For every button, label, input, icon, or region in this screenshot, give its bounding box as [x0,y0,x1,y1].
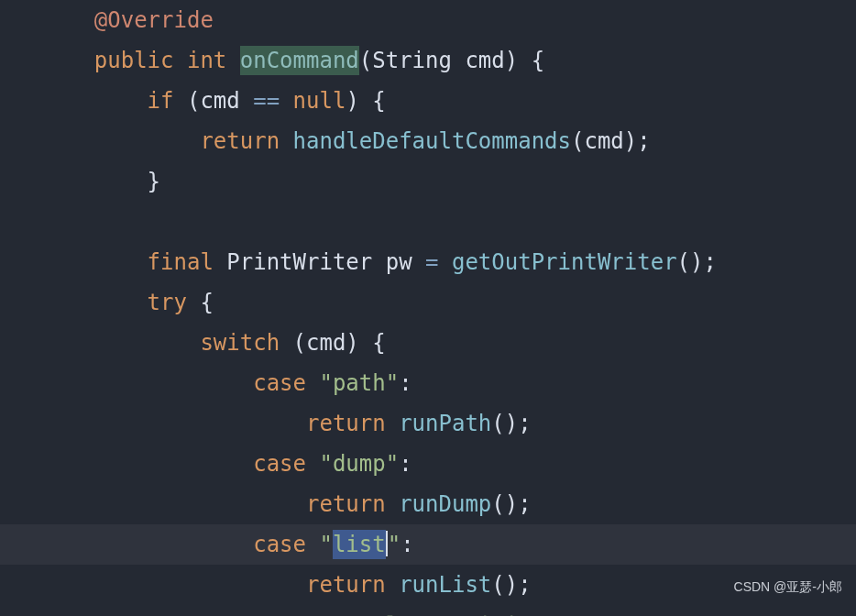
code-line[interactable]: final PrintWriter pw = getOutPrintWriter… [41,242,856,282]
method-name-highlighted: onCommand [240,46,359,75]
keyword-public: public [94,48,174,73]
keyword-null: null [293,88,346,114]
var-cmd: cmd [306,330,346,356]
keyword-return: return [306,491,386,517]
quote: " [388,532,401,557]
brace: { [532,48,544,73]
keyword-return: return [306,411,386,436]
keyword-case: case [253,370,306,396]
brace: { [372,330,385,356]
string-path: "path" [319,370,399,396]
brace: { [372,88,385,114]
string-list-selected: list [333,530,386,559]
watermark-text: CSDN @亚瑟-小郎 [734,566,842,607]
keyword-return: return [306,572,386,598]
code-line[interactable]: switch (cmd) { [41,323,856,363]
keyword-case: case [253,612,306,616]
colon: : [401,532,413,557]
paren: ) [624,128,637,154]
code-line[interactable]: try { [41,282,856,323]
keyword-switch: switch [200,330,280,356]
parens: () [491,572,518,598]
method-call: handleDefaultCommands [293,128,571,154]
paren: ( [187,88,200,114]
quote: " [319,532,332,557]
code-line[interactable]: return runDump(); [41,484,856,524]
var-cmd: cmd [200,88,239,114]
code-line[interactable]: case "dump": [41,444,856,484]
code-line-current[interactable]: case "list": [0,524,856,565]
paren: ( [571,128,584,154]
code-line[interactable]: return runPath(); [41,403,856,444]
annotation: @Override [94,7,214,33]
type-printwriter: PrintWriter [226,249,372,275]
code-line[interactable]: public int onCommand(String cmd) { [41,40,856,81]
code-line[interactable]: @Override [41,0,856,40]
paren: ( [293,330,306,356]
brace: { [200,290,213,315]
keyword-case: case [253,532,306,557]
operator-assign: = [425,249,438,275]
paren: ) [505,48,518,73]
method-call: runDump [399,491,491,517]
keyword-int: int [187,48,226,73]
paren: ( [359,48,372,73]
keyword-case: case [253,451,306,477]
code-line[interactable]: case "path": [41,363,856,403]
parens: () [677,249,704,275]
keyword-return: return [200,128,280,154]
keyword-try: try [148,290,187,315]
arg-cmd: cmd [584,128,623,154]
semicolon: ; [518,411,531,436]
paren: ) [346,330,358,356]
operator-eq: == [253,88,280,114]
semicolon: ; [518,572,531,598]
method-call: runPath [399,411,491,436]
semicolon: ; [637,128,650,154]
var-pw: pw [386,249,412,275]
code-line[interactable]: } [41,161,856,202]
semicolon: ; [704,249,717,275]
semicolon: ; [518,491,531,517]
code-line[interactable]: return handleDefaultCommands(cmd); [41,121,856,161]
keyword-if: if [148,88,174,114]
colon: : [558,612,571,616]
keyword-final: final [148,249,214,275]
param-type: String [372,48,452,73]
colon: : [399,370,412,396]
code-line[interactable] [41,202,856,242]
colon: : [399,451,412,477]
code-editor[interactable]: @Override public int onCommand(String cm… [0,0,856,616]
paren: ) [346,88,358,114]
method-call: runList [399,572,491,598]
brace: } [148,169,160,194]
param-name: cmd [465,48,504,73]
parens: () [491,411,518,436]
parens: () [491,491,518,517]
string-dump: "dump" [319,451,399,477]
method-call: getOutPrintWriter [452,249,677,275]
string-resolve: "resolve activity" [319,612,557,616]
code-line[interactable]: if (cmd == null) { [41,81,856,121]
